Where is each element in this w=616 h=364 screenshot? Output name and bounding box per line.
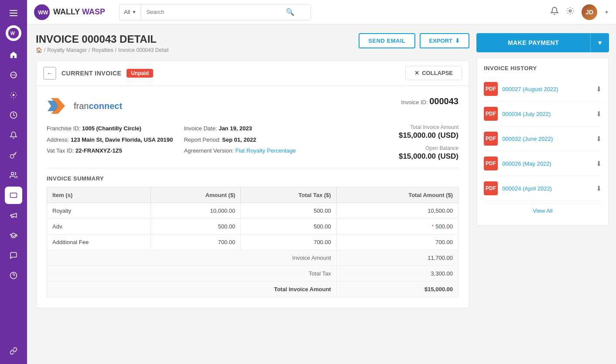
- sidebar-item-bell[interactable]: [5, 126, 22, 144]
- download-icon: ⬇: [455, 37, 460, 44]
- history-link-000032[interactable]: 000032 (June 2022): [502, 136, 592, 142]
- search-input[interactable]: [141, 4, 281, 20]
- meta-left: Franchise ID: 1005 (Chantilly Circle) Ad…: [47, 124, 184, 161]
- back-button[interactable]: ←: [43, 67, 56, 80]
- history-item-000024[interactable]: PDF 000024 (April 2022) ⬇: [484, 176, 602, 201]
- sidebar-item-link[interactable]: [5, 342, 22, 360]
- history-link-000034[interactable]: 000034 (July 2022): [502, 111, 592, 117]
- make-payment-button[interactable]: MAKE PAYMENT: [476, 33, 590, 52]
- send-email-button[interactable]: SEND EMAIL: [359, 33, 415, 48]
- sidebar-item-dashboard[interactable]: [5, 106, 22, 124]
- payment-chevron-icon: ▼: [597, 39, 603, 46]
- history-item-000032[interactable]: PDF 000032 (June 2022) ⬇: [484, 126, 602, 151]
- breadcrumb: 🏠 / Royalty Manager / Royalties / Invoic…: [36, 47, 169, 53]
- history-link-000024[interactable]: 000024 (April 2022): [502, 185, 592, 192]
- avatar[interactable]: JD: [582, 4, 597, 20]
- collapse-label: COLLAPSE: [422, 70, 453, 76]
- invoice-panel: ← CURRENT INVOICE Unpaid ✕ COLLAPSE: [36, 60, 469, 308]
- invoice-summary-title: INVOICE SUMMARY: [47, 175, 459, 182]
- col-header-total: Total Amount ($): [336, 187, 458, 203]
- svg-rect-1: [10, 13, 17, 14]
- col-header-tax: Total Tax ($): [241, 187, 336, 203]
- settings-button[interactable]: [566, 7, 575, 17]
- collapse-x-icon: ✕: [414, 70, 419, 76]
- sidebar-item-settings[interactable]: [5, 86, 22, 104]
- report-period-field: Report Period: Sep 01, 2022: [184, 136, 322, 144]
- table-row-total-tax: Total Tax 3,300.00: [47, 266, 459, 282]
- svg-rect-0: [10, 10, 17, 11]
- agreement-field: Agreement Version: Flat Royalty Percenta…: [184, 146, 322, 155]
- notification-bell-button[interactable]: [550, 7, 559, 17]
- pdf-icon: PDF: [484, 132, 498, 146]
- agreement-link[interactable]: Flat Royalty Percentage: [235, 147, 296, 154]
- invoice-id-area: Invoice ID: 000043: [401, 96, 459, 106]
- sidebar-item-megaphone[interactable]: [5, 207, 22, 224]
- view-all-button[interactable]: View All: [484, 203, 602, 218]
- download-button-000024[interactable]: ⬇: [596, 184, 602, 193]
- sidebar-item-home[interactable]: [5, 46, 22, 64]
- sidebar: W: [0, 0, 27, 364]
- svg-point-15: [569, 10, 572, 12]
- search-bar: All ▼ 🔍: [119, 4, 311, 20]
- download-button-000034[interactable]: ⬇: [596, 110, 602, 118]
- invoice-top: franconnect Invoice ID: 000043: [47, 96, 459, 116]
- svg-rect-2: [10, 15, 17, 16]
- col-header-amount: Amount ($): [151, 187, 241, 203]
- search-filter-dropdown[interactable]: All ▼: [120, 4, 141, 20]
- sidebar-hamburger[interactable]: [5, 4, 22, 22]
- collapse-button[interactable]: ✕ COLLAPSE: [405, 66, 462, 80]
- svg-rect-10: [10, 193, 17, 198]
- app-name: WALLY WASP: [53, 7, 105, 17]
- search-button[interactable]: 🔍: [281, 4, 300, 20]
- address-field: Address: 123 Main St, Davie Florida, USA…: [47, 136, 184, 144]
- breadcrumb-royalties[interactable]: Royalties: [92, 47, 113, 53]
- navbar: WW WALLY WASP All ▼ 🔍 JD ▼: [27, 0, 616, 24]
- breadcrumb-current: Invoice 000043 Detail: [118, 47, 168, 53]
- franchise-id-field: Franchise ID: 1005 (Chantilly Circle): [47, 124, 184, 133]
- svg-text:W: W: [10, 31, 15, 36]
- download-button-000027[interactable]: ⬇: [596, 85, 602, 93]
- table-row-total-invoice: Total Invoice Amount $15,000.00: [47, 282, 459, 297]
- history-item-000027[interactable]: PDF 000027 (August 2022) ⬇: [484, 77, 602, 102]
- svg-point-6: [13, 94, 15, 96]
- sidebar-item-sports[interactable]: [5, 66, 22, 84]
- header-actions: SEND EMAIL EXPORT ⬇: [359, 33, 469, 48]
- download-button-000032[interactable]: ⬇: [596, 135, 602, 143]
- download-button-000026[interactable]: ⬇: [596, 160, 602, 168]
- avatar-chevron-icon: ▼: [604, 10, 609, 15]
- invoice-history-title: INVOICE HISTORY: [484, 65, 602, 71]
- table-row-invoice-amount: Invoice Amount 11,700.00: [47, 250, 459, 266]
- sidebar-item-logo[interactable]: W: [5, 24, 22, 42]
- export-label: EXPORT: [429, 37, 452, 44]
- breadcrumb-royalty-manager[interactable]: Royalty Manager: [47, 47, 87, 53]
- right-column: MAKE PAYMENT ▼ INVOICE HISTORY PDF 00002…: [476, 24, 616, 364]
- sidebar-item-chat[interactable]: [5, 247, 22, 264]
- invoice-date-field: Invoice Date: Jan 19, 2023: [184, 124, 322, 133]
- sidebar-item-people[interactable]: [5, 167, 22, 184]
- payment-dropdown-button[interactable]: ▼: [590, 33, 609, 52]
- history-item-000034[interactable]: PDF 000034 (July 2022) ⬇: [484, 102, 602, 126]
- invoice-header-bar: ← CURRENT INVOICE Unpaid ✕ COLLAPSE: [36, 61, 469, 86]
- sidebar-item-help[interactable]: [5, 267, 22, 284]
- open-balance-value: $15,000.00 (USD): [321, 152, 459, 161]
- sidebar-item-wallet[interactable]: [5, 187, 22, 204]
- pdf-icon: PDF: [484, 82, 498, 96]
- app-logo[interactable]: WW WALLY WASP: [34, 4, 105, 20]
- history-item-000026[interactable]: PDF 000026 (May 2022) ⬇: [484, 151, 602, 176]
- sidebar-item-graduation[interactable]: [5, 227, 22, 244]
- history-link-000027[interactable]: 000027 (August 2022): [502, 86, 592, 92]
- history-link-000026[interactable]: 000026 (May 2022): [502, 160, 592, 167]
- page-title: INVOICE 000043 DETAIL: [36, 33, 169, 45]
- table-row: Additional Fee 700.00 700.00 700.00: [47, 235, 459, 250]
- svg-text:WW: WW: [38, 10, 48, 16]
- table-row: Royalty 10,000.00 500.00 10,500.00: [47, 203, 459, 219]
- page-header: INVOICE 000043 DETAIL 🏠 / Royalty Manage…: [36, 33, 469, 53]
- filter-label: All: [124, 9, 130, 15]
- meta-middle: Invoice Date: Jan 19, 2023 Report Period…: [184, 124, 322, 161]
- franconnect-logo-icon: [47, 96, 70, 116]
- status-badge: Unpaid: [127, 69, 153, 78]
- sidebar-item-key[interactable]: [5, 146, 22, 164]
- meta-right: Total Invoice Amount $15,000.00 (USD) Op…: [321, 124, 459, 161]
- breadcrumb-home-icon[interactable]: 🏠: [36, 47, 42, 53]
- export-button[interactable]: EXPORT ⬇: [420, 33, 469, 48]
